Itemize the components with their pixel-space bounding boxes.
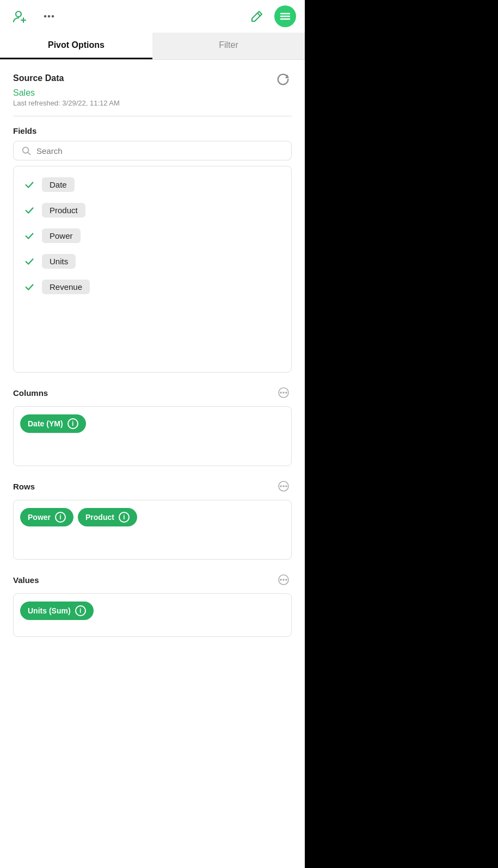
fields-section: Fields Date	[13, 126, 292, 373]
svg-point-14	[280, 392, 282, 394]
check-date-icon	[23, 179, 35, 191]
menu-button[interactable]	[274, 5, 296, 27]
field-tag-units: Units	[42, 254, 76, 269]
source-data-label: Source Data	[13, 73, 64, 83]
field-item-power[interactable]: Power	[21, 223, 284, 249]
rows-tag-product-label: Product	[85, 513, 114, 522]
more-options-button[interactable]	[38, 5, 60, 27]
values-tag-units-sum-label: Units (Sum)	[28, 606, 71, 615]
top-bar-right	[246, 5, 296, 27]
columns-label: Columns	[13, 388, 48, 398]
fields-list: Date Product	[13, 166, 292, 373]
columns-more-button[interactable]	[275, 385, 292, 401]
values-header: Values	[13, 572, 292, 588]
field-tag-product: Product	[42, 203, 85, 218]
field-tag-power: Power	[42, 228, 81, 243]
svg-point-0	[16, 11, 21, 17]
rows-tag-power-label: Power	[28, 513, 51, 522]
values-section: Values Units (Sum) i	[13, 572, 292, 637]
source-data-section: Source Data Sales Last refreshed: 3/29/2…	[13, 71, 292, 107]
field-item-revenue[interactable]: Revenue	[21, 274, 284, 300]
refresh-button[interactable]	[274, 71, 292, 88]
columns-tag-date-ym-info-icon[interactable]: i	[67, 418, 78, 429]
field-tag-date: Date	[42, 177, 75, 192]
rows-tag-product-info-icon[interactable]: i	[119, 512, 130, 523]
rows-tag-power-info-icon[interactable]: i	[55, 512, 66, 523]
rows-header: Rows	[13, 478, 292, 494]
svg-point-22	[280, 579, 282, 581]
black-background	[305, 0, 498, 868]
field-item-units[interactable]: Units	[21, 249, 284, 274]
svg-point-24	[285, 579, 287, 581]
rows-drop-zone[interactable]: Power i Product i	[13, 500, 292, 560]
values-drop-zone[interactable]: Units (Sum) i	[13, 593, 292, 637]
columns-section: Columns Date (YM) i	[13, 385, 292, 466]
values-tag-units-sum-info-icon[interactable]: i	[75, 605, 86, 616]
svg-point-16	[285, 392, 287, 394]
check-units-icon	[23, 256, 35, 268]
rows-more-button[interactable]	[275, 478, 292, 494]
tabs-bar: Pivot Options Filter	[0, 33, 305, 60]
svg-point-18	[280, 485, 282, 487]
svg-point-15	[282, 392, 285, 394]
svg-point-20	[285, 485, 287, 487]
fields-label: Fields	[13, 126, 292, 135]
rows-tag-product[interactable]: Product i	[78, 508, 137, 526]
panel-content: Source Data Sales Last refreshed: 3/29/2…	[0, 60, 305, 868]
columns-drop-zone[interactable]: Date (YM) i	[13, 406, 292, 466]
top-bar-left	[9, 5, 60, 27]
divider	[13, 116, 292, 116]
check-power-icon	[23, 230, 35, 242]
columns-tag-date-ym-label: Date (YM)	[28, 419, 63, 428]
top-bar	[0, 0, 305, 33]
rows-section: Rows Power i Product i	[13, 478, 292, 560]
columns-header: Columns	[13, 385, 292, 401]
search-input[interactable]	[36, 146, 284, 156]
field-item-product[interactable]: Product	[21, 197, 284, 223]
tab-filter[interactable]: Filter	[152, 33, 305, 59]
main-panel: Pivot Options Filter Source Data Sales L…	[0, 0, 305, 868]
values-label: Values	[13, 575, 39, 585]
add-user-button[interactable]	[9, 5, 30, 27]
field-tag-revenue: Revenue	[42, 280, 90, 294]
rows-label: Rows	[13, 482, 35, 491]
values-more-button[interactable]	[275, 572, 292, 588]
rows-tag-power[interactable]: Power i	[20, 508, 73, 526]
svg-point-23	[282, 579, 285, 581]
search-box	[13, 141, 292, 160]
check-revenue-icon	[23, 281, 35, 293]
search-icon	[21, 146, 31, 156]
edit-button[interactable]	[246, 5, 268, 27]
check-product-icon	[23, 204, 35, 216]
columns-tag-date-ym[interactable]: Date (YM) i	[20, 414, 86, 433]
source-name[interactable]: Sales	[13, 88, 292, 98]
svg-line-13	[28, 152, 30, 154]
values-tag-units-sum[interactable]: Units (Sum) i	[20, 602, 94, 620]
svg-point-19	[282, 485, 285, 487]
last-refreshed: Last refreshed: 3/29/22, 11:12 AM	[13, 99, 292, 107]
field-item-date[interactable]: Date	[21, 172, 284, 197]
tab-pivot-options[interactable]: Pivot Options	[0, 33, 152, 59]
